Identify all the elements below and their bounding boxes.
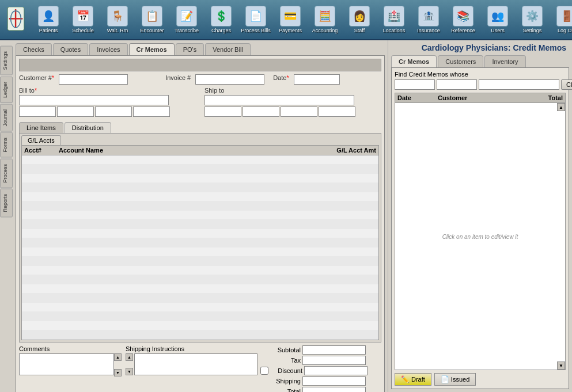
sidebar-tab-settings[interactable]: Settings	[0, 46, 13, 75]
tab-cr-memos[interactable]: Cr Memos	[129, 43, 175, 55]
billto-zip[interactable]	[95, 106, 132, 117]
schedule-icon: 📅	[73, 6, 93, 26]
results-scroll-up[interactable]: ▲	[557, 103, 565, 111]
search-input-2[interactable]	[437, 79, 477, 90]
tab-pos[interactable]: PO's	[176, 43, 204, 55]
sub-tab-distribution[interactable]: Distribution	[65, 122, 111, 133]
comments-scroll-up[interactable]: ▲	[114, 353, 122, 361]
discount-input[interactable]	[304, 366, 368, 375]
gl-row[interactable]	[22, 266, 378, 275]
invoice-input[interactable]	[195, 74, 264, 85]
toolbar-item-reference[interactable]: 📚 Reference	[446, 4, 480, 35]
comments-textarea[interactable]	[19, 353, 114, 375]
shipping-label: Shipping Instructions	[126, 345, 257, 352]
shipto-country[interactable]	[319, 106, 355, 117]
toolbar-item-patients[interactable]: 👤 Patients	[32, 4, 65, 35]
gl-row[interactable]	[22, 174, 378, 183]
gl-row[interactable]	[22, 275, 378, 284]
gl-row[interactable]	[22, 257, 378, 266]
reference-icon: 📚	[453, 6, 473, 26]
gl-row[interactable]	[22, 165, 378, 174]
right-tab-inventory[interactable]: Inventory	[484, 55, 525, 67]
gl-row[interactable]	[22, 192, 378, 201]
sidebar-tab-process[interactable]: Process	[0, 159, 13, 188]
invoice-label: Invoice #	[165, 74, 191, 81]
toolbar-item-transcribe[interactable]: 📝 Transcribe	[170, 4, 203, 35]
toolbar-item-waitrm[interactable]: 🪑 Wait. Rm	[101, 4, 134, 35]
gl-row[interactable]	[22, 303, 378, 312]
toolbar-item-staff[interactable]: 👩 Staff	[343, 4, 376, 35]
search-input-1[interactable]	[395, 79, 435, 90]
toolbar-item-insurance[interactable]: 🏦 Insurance	[412, 4, 445, 35]
billto-state[interactable]	[57, 106, 94, 117]
right-footer: ✏️ Draft 📄 Issued	[395, 370, 566, 386]
left-panel: Checks Quotes Invoices Cr Memos PO's Ven…	[13, 40, 388, 392]
discount-checkbox[interactable]	[260, 367, 268, 375]
shipping-textarea[interactable]	[134, 353, 257, 375]
right-tab-customers[interactable]: Customers	[438, 55, 483, 67]
sub-tab-lineitems[interactable]: Line Items	[19, 122, 63, 133]
results-hint: Click on an item to edit/view it	[442, 233, 518, 239]
gl-row[interactable]	[22, 238, 378, 248]
shipto-city[interactable]	[204, 106, 241, 117]
gl-tab-glaccts[interactable]: G/L Accts	[21, 135, 61, 145]
search-input-3[interactable]	[479, 79, 559, 90]
toolbar-item-schedule[interactable]: 📅 Schedule	[66, 4, 100, 35]
billto-city[interactable]	[19, 106, 56, 117]
results-scroll-down[interactable]: ▼	[557, 361, 565, 370]
toolbar-item-processbills[interactable]: 📄 Process Bills	[239, 4, 272, 35]
gl-row[interactable]	[22, 321, 378, 330]
gl-row[interactable]	[22, 312, 378, 321]
toolbar-item-encounter[interactable]: 📋 Encounter	[135, 4, 169, 35]
shipto-state[interactable]	[243, 106, 279, 117]
shipping-input[interactable]	[302, 376, 366, 386]
shipping-scroll-down[interactable]: ▼	[126, 368, 133, 375]
right-tab-crmemos[interactable]: Cr Memos	[391, 55, 437, 67]
gl-row[interactable]	[22, 155, 378, 165]
gl-row[interactable]	[22, 248, 378, 257]
gl-row[interactable]	[22, 330, 378, 340]
gl-row[interactable]	[22, 183, 378, 192]
toolbar-item-logout[interactable]: 🚪 Log Out	[550, 4, 572, 35]
results-header-date: Date	[397, 94, 438, 101]
tax-input[interactable]	[302, 356, 366, 365]
gl-row[interactable]	[22, 284, 378, 294]
subtotal-input[interactable]	[302, 345, 366, 355]
sidebar-tab-ledger[interactable]: Ledger	[0, 77, 13, 103]
toolbar-label-schedule: Schedule	[72, 28, 94, 33]
toolbar-item-settings[interactable]: ⚙️ Settings	[516, 4, 549, 35]
total-input[interactable]	[302, 387, 366, 392]
toolbar-item-charges[interactable]: 💲 Charges	[204, 4, 238, 35]
gl-table-header: Acct# Account Name G/L Acct Amt	[22, 146, 378, 155]
sidebar-tab-journal[interactable]: Journal	[0, 104, 13, 132]
toolbar-item-accounting[interactable]: 🧮 Accounting	[308, 4, 342, 35]
gl-row[interactable]	[22, 220, 378, 229]
gl-row[interactable]	[22, 201, 378, 211]
sidebar-tab-forms[interactable]: Forms	[0, 132, 13, 158]
tab-vendor-bill[interactable]: Vendor Bill	[205, 43, 251, 55]
draft-button[interactable]: ✏️ Draft	[395, 373, 431, 386]
gl-row[interactable]	[22, 229, 378, 238]
comments-scroll-down[interactable]: ▼	[114, 369, 122, 376]
toolbar-label-reference: Reference	[451, 28, 475, 33]
tab-checks[interactable]: Checks	[16, 43, 52, 55]
billto-line1[interactable]	[19, 95, 169, 105]
shipping-scroll-up[interactable]: ▲	[126, 353, 133, 361]
toolbar-item-users[interactable]: 👥 Users	[481, 4, 514, 35]
shipto-zip[interactable]	[281, 106, 317, 117]
shipto-line1[interactable]	[204, 95, 354, 105]
toolbar-item-payments[interactable]: 💳 Payments	[274, 4, 307, 35]
tab-quotes[interactable]: Quotes	[53, 43, 88, 55]
toolbar-item-locations[interactable]: 🏥 Locations	[377, 4, 411, 35]
toolbar-label-logout: Log Out	[558, 28, 572, 33]
gl-row[interactable]	[22, 294, 378, 303]
tab-invoices[interactable]: Invoices	[89, 43, 127, 55]
date-input[interactable]: 7/12/2010	[294, 74, 340, 85]
clear-button[interactable]: Clear	[561, 79, 572, 90]
billto-country[interactable]	[133, 106, 170, 117]
sidebar-tab-reports[interactable]: Reports	[0, 189, 13, 218]
issued-button[interactable]: 📄 Issued	[434, 373, 476, 386]
shipto-address	[204, 95, 381, 117]
gl-row[interactable]	[22, 211, 378, 220]
customer-input[interactable]	[59, 74, 128, 85]
